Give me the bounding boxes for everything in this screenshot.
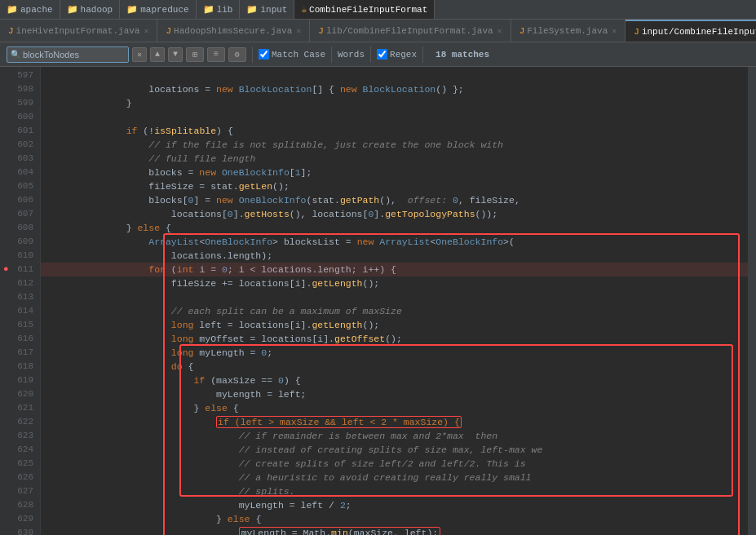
line-num-619: 619	[0, 374, 40, 387]
line-num-601: 601	[0, 124, 40, 138]
code-line-608: ArrayList<OneBlockInfo> blocksList = new…	[41, 221, 748, 235]
code-line-602: // full file length	[41, 138, 748, 152]
java-file-icon: J	[318, 26, 324, 36]
code-line-609: locations.length);	[41, 235, 748, 249]
search-icon: 🔍	[11, 50, 20, 60]
tab-apache[interactable]: 📁 apache	[0, 0, 60, 19]
match-case-checkbox[interactable]	[259, 49, 269, 60]
code-line-601: // if the file is not splitable, just cr…	[41, 124, 748, 138]
regex-option[interactable]: Regex	[377, 49, 417, 60]
match-count: 18 matches	[435, 50, 489, 60]
code-line-613: // each split can be a maximum of maxSiz…	[41, 290, 748, 304]
line-num-609: 609	[0, 235, 40, 249]
line-number-gutter: 597 598 599 600 601 602 603 604 605 606 …	[0, 67, 41, 535]
line-num-620: 620	[0, 387, 40, 401]
match-case-option[interactable]: Match Case	[259, 49, 325, 60]
more-options-button[interactable]: ⚙	[228, 47, 246, 62]
words-option[interactable]: Words	[338, 50, 365, 60]
line-num-630: 630	[0, 526, 40, 535]
code-line-623: // instead of creating splits of size ma…	[41, 429, 748, 443]
code-line-625: // a heuristic to avoid creating really …	[41, 457, 748, 471]
code-line-617: do {	[41, 346, 748, 360]
close-tab-btn[interactable]: ✕	[612, 26, 617, 36]
line-num-629: 629	[0, 512, 40, 526]
line-num-615: 615	[0, 318, 40, 332]
code-line-607: } else {	[41, 207, 748, 221]
java-file-icon: J	[8, 26, 14, 36]
code-line-600: if (!isSplitable) {	[41, 110, 748, 124]
line-num-607: 607	[0, 207, 40, 221]
folder-icon: 📁	[7, 4, 18, 15]
close-tab-btn[interactable]: ✕	[144, 26, 148, 36]
folder-icon: 📁	[203, 4, 214, 15]
line-num-600: 600	[0, 110, 40, 124]
line-num-605: 605	[0, 179, 40, 193]
line-num-598: 598	[0, 82, 40, 96]
code-line-603: blocks = new OneBlockInfo[1];	[41, 152, 748, 166]
file-tab-filesystem[interactable]: J FileSystem.java ✕	[511, 20, 626, 42]
line-num-604: 604	[0, 166, 40, 179]
filter-button[interactable]: ⊞	[186, 47, 204, 62]
code-line-598: }	[41, 82, 748, 96]
line-num-627: 627	[0, 484, 40, 498]
search-input[interactable]	[23, 50, 121, 60]
code-line-605: blocks[0] = new OneBlockInfo(stat.getPat…	[41, 179, 748, 193]
code-line-622: // if remainder is between max and 2*max…	[41, 415, 748, 429]
line-num-628: 628	[0, 498, 40, 512]
line-num-625: 625	[0, 457, 40, 471]
search-toolbar: 🔍 ✕ ▲ ▼ ⊞ ≡ ⚙ Match Case Words Regex 18 …	[0, 42, 756, 67]
code-line-626: // splits.	[41, 471, 748, 484]
regex-checkbox[interactable]	[377, 49, 387, 60]
clear-search-button[interactable]: ✕	[132, 47, 147, 62]
code-line-627: myLength = left / 2;	[41, 484, 748, 498]
tab-input[interactable]: 📁 input	[240, 0, 294, 19]
file-tab-hiveinput[interactable]: J ineHiveInputFormat.java ✕	[0, 20, 157, 42]
vertical-scrollbar[interactable]	[748, 67, 756, 535]
next-match-button[interactable]: ▼	[168, 47, 183, 62]
tab-combinefile[interactable]: ☕ CombineFileInputFormat	[294, 0, 435, 19]
file-tab-hadoopshims[interactable]: J HadoopShimsSecure.java ✕	[157, 20, 310, 42]
line-num-606: 606	[0, 193, 40, 207]
code-line-612	[41, 276, 748, 290]
line-num-603: 603	[0, 152, 40, 166]
code-line-597: locations = new BlockLocation[] { new Bl…	[41, 69, 748, 82]
line-num-608: 608	[0, 221, 40, 235]
search-input-wrapper: 🔍	[7, 46, 129, 63]
line-num-611: 611	[0, 263, 40, 276]
close-tab-btn[interactable]: ✕	[296, 26, 301, 36]
code-line-619: myLength = left;	[41, 374, 748, 387]
code-line-618: if (maxSize == 0) {	[41, 360, 748, 374]
code-content[interactable]: locations = new BlockLocation[] { new Bl…	[41, 67, 748, 535]
line-num-597: 597	[0, 69, 40, 82]
folder-icon: 📁	[126, 4, 138, 15]
code-line-628: } else {	[41, 498, 748, 512]
code-line-624: // create splits of size left/2 and left…	[41, 443, 748, 457]
code-line-629: myLength = Math.min(maxSize, left);	[41, 512, 748, 526]
tab-lib[interactable]: 📁 lib	[197, 0, 241, 19]
java-file-icon: J	[519, 26, 525, 36]
file-tab-combinefile-lib[interactable]: J lib/CombineFileInputFormat.java ✕	[310, 20, 511, 42]
java-file-icon: J	[634, 27, 639, 37]
line-num-613: 613	[0, 290, 40, 304]
settings-button[interactable]: ≡	[207, 47, 225, 62]
folder-icon: 📁	[67, 4, 78, 15]
file-tab-combinefile-input[interactable]: J input/CombineFileInputFormat.java ✕	[626, 20, 756, 42]
line-num-617: 617	[0, 346, 40, 360]
divider	[422, 46, 423, 63]
code-line-610: for (int i = 0; i < locations.length; i+…	[41, 249, 748, 263]
close-tab-btn[interactable]: ✕	[497, 26, 502, 36]
code-line-620: } else {	[41, 387, 748, 401]
file-editor-tabs: J ineHiveInputFormat.java ✕ J HadoopShim…	[0, 20, 756, 42]
breadcrumb-tabs: 📁 apache 📁 hadoop 📁 mapreduce 📁 lib 📁 in…	[0, 0, 756, 20]
folder-icon: 📁	[246, 4, 258, 15]
line-num-624: 624	[0, 443, 40, 457]
tab-mapreduce[interactable]: 📁 mapreduce	[120, 0, 196, 19]
code-line-630: }	[41, 526, 748, 535]
divider	[370, 46, 371, 63]
code-line-606: locations[0].getHosts(), locations[0].ge…	[41, 193, 748, 207]
line-num-621: 621	[0, 401, 40, 415]
tab-hadoop[interactable]: 📁 hadoop	[60, 0, 121, 19]
code-line-621: if (left > maxSize && left < 2 * maxSize…	[41, 401, 748, 415]
line-num-626: 626	[0, 471, 40, 484]
prev-match-button[interactable]: ▲	[150, 47, 165, 62]
